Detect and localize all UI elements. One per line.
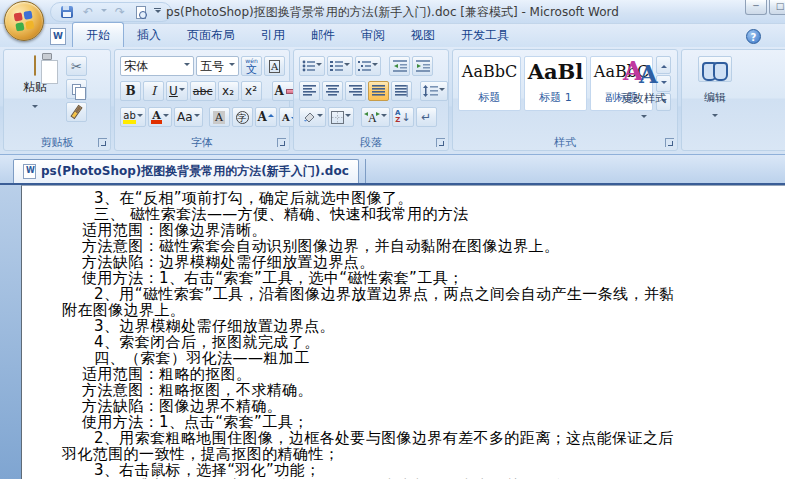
- style-title[interactable]: AaBbC 标题: [458, 56, 521, 111]
- strikethrough-button[interactable]: abc: [190, 81, 216, 101]
- shrink-font-icon: A: [282, 112, 290, 123]
- tab-developer[interactable]: 开发工具: [448, 23, 522, 47]
- doc-line: 羽化范围的一致性，提高抠图的精确性；: [22, 446, 785, 462]
- justify-button[interactable]: [368, 81, 389, 101]
- doc-line: 方法缺陷：图像边界不精确。: [22, 398, 785, 414]
- shading-button[interactable]: [299, 107, 326, 127]
- font-size-combo[interactable]: 五号: [196, 56, 239, 76]
- change-styles-button[interactable]: A A 更改样式: [615, 56, 673, 125]
- align-left-button[interactable]: [299, 81, 320, 101]
- asian-layout-icon: A: [364, 111, 380, 124]
- document-tab[interactable]: ps(PhotoShop)抠图换背景常用的方法(新手入门).doc: [13, 159, 359, 183]
- tab-mailings[interactable]: 邮件: [298, 23, 348, 47]
- format-painter-button[interactable]: [66, 102, 87, 122]
- doc-line: 适用范围：图像边界清晰。: [22, 222, 785, 238]
- bullets-button[interactable]: [299, 56, 325, 76]
- tab-separator: [365, 159, 366, 183]
- editing-label: 编辑: [690, 90, 740, 105]
- help-icon[interactable]: ?: [746, 29, 761, 44]
- maximize-button[interactable]: □: [769, 0, 785, 15]
- multilevel-list-icon: [358, 60, 371, 72]
- decrease-indent-button[interactable]: [389, 56, 410, 76]
- cut-button[interactable]: ✂: [66, 56, 87, 76]
- chevron-down-icon: [372, 63, 378, 69]
- copy-button[interactable]: [66, 79, 87, 99]
- paste-dropdown-arrow-icon[interactable]: [32, 105, 38, 111]
- bold-button[interactable]: B: [120, 81, 141, 101]
- document-area: 3、在“反相”项前打勾，确定后就选中图像了。 三、 磁性索套法——方便、精确、快…: [0, 185, 785, 479]
- align-center-button[interactable]: [322, 81, 343, 101]
- distribute-button[interactable]: [391, 81, 412, 101]
- tab-references[interactable]: 引用: [248, 23, 298, 47]
- group-clipboard-label: 剪贴板: [4, 135, 110, 150]
- sort-button[interactable]: A Z ↓: [392, 107, 414, 127]
- superscript-button[interactable]: x²: [241, 81, 262, 101]
- phonetic-guide-button[interactable]: wén 文: [241, 56, 262, 76]
- window-title: ps(PhotoShop)抠图换背景常用的方法(新手入门).doc [兼容模式]…: [0, 4, 785, 21]
- style-sample: AaBbC: [459, 57, 520, 87]
- font-size-value: 五号: [200, 58, 224, 75]
- chevron-down-icon: [712, 114, 718, 120]
- doc-line: 使用方法：1、点击“索套”工具；: [22, 414, 785, 430]
- increase-indent-button[interactable]: [412, 56, 433, 76]
- tab-view[interactable]: 视图: [398, 23, 448, 47]
- group-editing: 编辑: [681, 49, 785, 151]
- superscript-icon: x²: [245, 84, 257, 98]
- doc-line: 3、在“反相”项前打勾，确定后就选中图像了。: [22, 190, 785, 206]
- grow-font-button[interactable]: A: [255, 107, 277, 127]
- change-styles-label: 更改样式: [615, 91, 673, 106]
- styles-dialog-launcher-icon[interactable]: [665, 138, 674, 147]
- doc-line: 2、用“磁性索套”工具，沿着图像边界放置边界点，两点之间会自动产生一条线，并黏: [22, 286, 785, 302]
- tab-insert[interactable]: 插入: [124, 23, 174, 47]
- decrease-indent-icon: [393, 60, 407, 72]
- format-painter-brush-icon: [70, 105, 82, 119]
- show-marks-button[interactable]: ↵: [416, 107, 437, 127]
- line-spacing-icon: [423, 85, 438, 97]
- group-paragraph: A A Z ↓ ↵ 段落: [293, 49, 449, 151]
- paste-button[interactable]: 粘贴: [11, 56, 59, 115]
- chevron-down-icon: [344, 63, 350, 69]
- font-name-value: 宋体: [124, 58, 148, 75]
- borders-button[interactable]: [328, 107, 354, 127]
- character-shading-button[interactable]: A: [209, 107, 230, 127]
- doc-line: 使用方法：1、右击“索套”工具，选中“磁性索套”工具；: [22, 270, 785, 286]
- grow-font-icon: A: [258, 110, 267, 124]
- paint-bucket-icon: [302, 111, 316, 124]
- triangle-up-icon: [268, 111, 274, 117]
- font-color-button[interactable]: A: [148, 107, 172, 127]
- style-sample: AaBl: [525, 57, 586, 87]
- style-heading1[interactable]: AaBl 标题 1: [524, 56, 587, 111]
- cut-scissors-icon: ✂: [71, 59, 82, 74]
- tab-review[interactable]: 审阅: [348, 23, 398, 47]
- character-border-button[interactable]: A: [264, 56, 285, 76]
- line-spacing-button[interactable]: [420, 81, 448, 101]
- document-page[interactable]: 3、在“反相”项前打勾，确定后就选中图像了。 三、 磁性索套法——方便、精确、快…: [21, 185, 785, 479]
- word-document-icon: [50, 28, 66, 45]
- align-right-button[interactable]: [345, 81, 366, 101]
- subscript-button[interactable]: x₂: [218, 81, 239, 101]
- chevron-down-icon: [163, 114, 169, 120]
- text-highlight-button[interactable]: ab: [120, 107, 146, 127]
- tab-page-layout[interactable]: 页面布局: [174, 23, 248, 47]
- multilevel-list-button[interactable]: [355, 56, 381, 76]
- numbering-button[interactable]: [327, 56, 353, 76]
- minimize-button[interactable]: ─: [745, 0, 767, 15]
- clipboard-dialog-launcher-icon[interactable]: [98, 138, 107, 147]
- change-styles-icon: A A: [615, 56, 673, 90]
- font-name-combo[interactable]: 宋体: [120, 56, 194, 76]
- doc-line: 附在图像边界上。: [22, 302, 785, 318]
- chevron-down-icon: [381, 114, 387, 120]
- enclose-characters-button[interactable]: 字: [232, 107, 253, 127]
- office-button[interactable]: [4, 1, 44, 41]
- underline-button[interactable]: U: [166, 81, 188, 101]
- paragraph-dialog-launcher-icon[interactable]: [436, 138, 445, 147]
- numbering-icon: [330, 60, 343, 72]
- find-button[interactable]: 编辑: [690, 56, 740, 124]
- asian-layout-button[interactable]: A: [361, 107, 390, 127]
- italic-button[interactable]: I: [143, 81, 164, 101]
- align-center-icon: [326, 85, 339, 97]
- clear-formatting-icon: A: [275, 84, 284, 98]
- change-case-button[interactable]: Aa: [174, 107, 203, 127]
- font-dialog-launcher-icon[interactable]: [277, 138, 286, 147]
- tab-home[interactable]: 开始: [72, 22, 124, 47]
